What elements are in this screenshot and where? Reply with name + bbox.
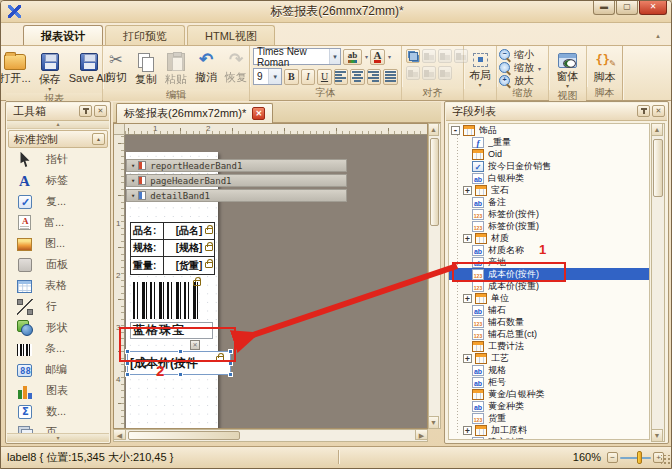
- field-item[interactable]: 产地: [449, 256, 649, 268]
- close-button[interactable]: ✕: [639, 1, 667, 15]
- zoom-slider-track[interactable]: [620, 457, 651, 459]
- resize-handle[interactable]: [228, 361, 233, 366]
- smart-tag-icon[interactable]: ✕: [190, 340, 200, 350]
- toolbox-item[interactable]: 图表: [7, 380, 109, 401]
- field-item[interactable]: 成本价(按重): [449, 280, 649, 292]
- tree-expander-icon[interactable]: +: [463, 186, 472, 195]
- align-left-edges-button[interactable]: [422, 49, 436, 63]
- toolbox-item[interactable]: 形状: [7, 317, 109, 338]
- toolbox-scroll-down[interactable]: ▾: [7, 433, 109, 442]
- align-text-left-button[interactable]: [334, 69, 349, 85]
- canvas-horizontal-scrollbar[interactable]: ◀ ▶: [113, 429, 428, 442]
- zoom-in-button[interactable]: 放大: [497, 75, 543, 87]
- field-item[interactable]: Oid: [449, 148, 649, 160]
- font-color-dropdown-icon[interactable]: ▾: [388, 53, 391, 60]
- band-collapse-icon[interactable]: ▾: [131, 190, 135, 202]
- save-button[interactable]: 保存 ▾: [36, 49, 64, 93]
- label-table[interactable]: 品名: [品名] 规格: [规格]: [130, 222, 215, 275]
- align-centers-button[interactable]: [438, 49, 452, 63]
- zoom-out-button[interactable]: 缩小: [497, 49, 543, 61]
- scroll-up-icon[interactable]: ▲: [428, 123, 439, 136]
- toolbox-item[interactable]: 指针: [7, 149, 109, 170]
- justify-button[interactable]: [383, 69, 398, 85]
- toolbox-item[interactable]: 数...: [7, 401, 109, 422]
- tree-expander-icon[interactable]: +: [463, 354, 472, 363]
- field-item[interactable]: 黄金种类: [449, 400, 649, 412]
- label-table-row[interactable]: 品名: [品名]: [131, 223, 214, 240]
- scrollbar-thumb[interactable]: [430, 138, 439, 226]
- ribbon-tab[interactable]: HTML视图: [187, 25, 275, 45]
- highlight-color-button[interactable]: ab: [343, 49, 362, 65]
- field-item[interactable]: 备注: [449, 196, 649, 208]
- resize-grip[interactable]: [661, 455, 671, 465]
- italic-button[interactable]: I: [301, 69, 316, 85]
- field-item[interactable]: 材质名称: [449, 244, 649, 256]
- field-item[interactable]: 规格: [449, 364, 649, 376]
- form-view-button[interactable]: 窗体 ▾: [554, 49, 582, 90]
- scroll-right-icon[interactable]: ▶: [415, 429, 428, 440]
- toolbox-item[interactable]: 页...: [7, 422, 109, 433]
- field-item[interactable]: + 工艺: [449, 352, 649, 364]
- resize-handle[interactable]: [228, 349, 233, 354]
- tree-expander-icon[interactable]: +: [463, 234, 472, 243]
- toolbox-item[interactable]: 标签: [7, 170, 109, 191]
- open-button[interactable]: 打开...: [0, 49, 34, 88]
- layout-button[interactable]: 布局 ▾: [466, 49, 494, 89]
- field-item[interactable]: + 材质: [449, 232, 649, 244]
- paste-button[interactable]: 粘贴: [162, 49, 190, 89]
- document-tab[interactable]: 标签报表(26mmx72mm)* ✕: [116, 103, 273, 123]
- copy-button[interactable]: 复制: [132, 49, 160, 89]
- toolbox-item[interactable]: 表格: [7, 275, 109, 296]
- collapse-chevron-icon[interactable]: ▴: [92, 133, 105, 145]
- band-header[interactable]: ▾ pageHeaderBand1: [126, 174, 347, 187]
- field-item[interactable]: 辅石: [449, 304, 649, 316]
- band-collapse-icon[interactable]: ▾: [131, 175, 135, 187]
- undo-button[interactable]: ↶ 撤消: [192, 49, 220, 87]
- field-item[interactable]: 建立时间: [449, 436, 649, 440]
- field-item[interactable]: 辅石数量: [449, 316, 649, 328]
- band-header[interactable]: ▾ detailBand1: [126, 189, 347, 202]
- barcode-element[interactable]: [133, 282, 199, 319]
- label-table-row[interactable]: 重量: [货重]: [131, 257, 214, 274]
- resize-handle[interactable]: [178, 372, 183, 377]
- toolbox-category-header[interactable]: 标准控制 ▴: [8, 130, 108, 148]
- toolbox-item[interactable]: 行: [7, 296, 109, 317]
- resize-handle[interactable]: [125, 372, 130, 377]
- maximize-button[interactable]: ▢: [616, 1, 638, 15]
- font-color-button[interactable]: A: [370, 49, 385, 65]
- zoom-out-button[interactable]: −: [607, 452, 618, 463]
- toolbox-item[interactable]: 富...: [7, 212, 109, 233]
- ribbon-collapse-icon[interactable]: ▴: [651, 29, 665, 41]
- band-header[interactable]: ▾ reportHeaderBand1: [126, 159, 347, 172]
- minimize-button[interactable]: ▬: [593, 1, 615, 15]
- highlight-dropdown-icon[interactable]: ▾: [365, 53, 368, 60]
- field-item[interactable]: 辅石总重(ct): [449, 328, 649, 340]
- canvas-vertical-scrollbar[interactable]: ▲ ▼: [428, 123, 441, 429]
- toolbox-item[interactable]: 邮编: [7, 359, 109, 380]
- field-item[interactable]: 黄金/白银种类: [449, 388, 649, 400]
- redo-button[interactable]: ↷ 恢复: [222, 49, 250, 87]
- document-close-icon[interactable]: ✕: [252, 107, 265, 120]
- resize-handle[interactable]: [178, 349, 183, 354]
- align-text-right-button[interactable]: [367, 69, 382, 85]
- align-tops-button[interactable]: [406, 66, 420, 80]
- selected-textbox[interactable]: [成本价(按件: [127, 351, 231, 375]
- field-item[interactable]: + 单位: [449, 292, 649, 304]
- toolbox-item[interactable]: 面板: [7, 254, 109, 275]
- zoom-button[interactable]: 缩放▾: [497, 62, 543, 74]
- field-item[interactable]: + 宝石: [449, 184, 649, 196]
- resize-handle[interactable]: [228, 372, 233, 377]
- tree-expander-icon[interactable]: +: [463, 294, 472, 303]
- field-item[interactable]: 柜号: [449, 376, 649, 388]
- field-item[interactable]: 工费计法: [449, 340, 649, 352]
- scroll-left-icon[interactable]: ◀: [113, 429, 126, 440]
- scroll-down-icon[interactable]: ▼: [428, 416, 439, 429]
- field-item[interactable]: + 加工原料: [449, 424, 649, 436]
- font-family-select[interactable]: Times New Roman ▼: [253, 48, 341, 65]
- align-middles-button[interactable]: [422, 66, 436, 80]
- bold-button[interactable]: B: [284, 69, 299, 85]
- font-size-select[interactable]: 9 ▼: [253, 68, 282, 85]
- align-bottoms-button[interactable]: [438, 66, 452, 80]
- ribbon-tab[interactable]: 打印预览: [105, 25, 185, 45]
- scroll-up-icon[interactable]: ▲: [651, 123, 663, 136]
